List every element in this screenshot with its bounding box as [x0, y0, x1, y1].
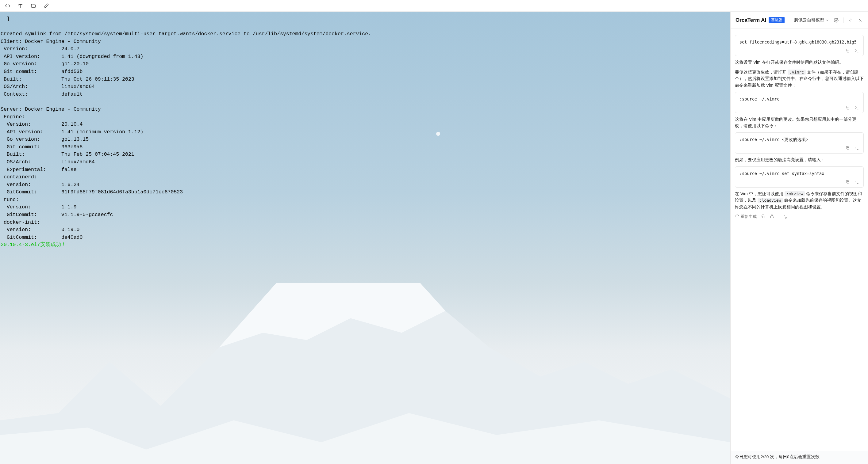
ai-header: OrcaTerm AI 基础版 腾讯云自研模型	[731, 12, 868, 29]
copy-message-icon[interactable]	[761, 214, 766, 219]
copy-icon[interactable]	[845, 105, 850, 110]
code-block-4: :source ~/.vimrc set syntax=syntax	[735, 166, 864, 188]
edit-icon[interactable]	[43, 3, 49, 8]
mountain-background	[0, 283, 730, 464]
svg-rect-3	[847, 50, 849, 53]
run-icon[interactable]	[854, 146, 859, 151]
code-block-3: :source ~/.vimrc <更改的选项>	[735, 132, 864, 154]
terminal-pane[interactable]: ] Created symlink from /etc/systemd/syst…	[0, 12, 730, 464]
divider	[779, 214, 779, 219]
ai-message-body: set fileencodings=utf-8,gbk,gb18030,gb23…	[731, 29, 868, 451]
inline-code-vimrc: .vimrc	[788, 70, 806, 75]
top-toolbar	[0, 0, 868, 12]
ai-panel: OrcaTerm AI 基础版 腾讯云自研模型	[730, 12, 868, 464]
svg-rect-11	[763, 216, 765, 218]
ai-footer: 今日您可使用2/20 次，每日0点后会重置次数	[731, 451, 868, 464]
svg-rect-5	[847, 107, 849, 109]
copy-icon[interactable]	[845, 180, 850, 185]
code-block-1: set fileencodings=utf-8,gbk,gb18030,gb23…	[735, 35, 864, 56]
inline-code-mkview: :mkview	[784, 191, 805, 196]
inline-code-loadview: :loadview	[757, 198, 783, 203]
model-selector[interactable]: 腾讯云自研模型	[794, 18, 829, 23]
thumbs-down-icon[interactable]	[783, 214, 788, 219]
code-block-2: :source ~/.vimrc	[735, 92, 864, 113]
terminal-output: ] Created symlink from /etc/systemd/syst…	[0, 12, 730, 251]
format-icon[interactable]	[18, 3, 23, 8]
message-actions: 重新生成	[735, 213, 864, 220]
copy-icon[interactable]	[845, 48, 850, 53]
usage-text: 今日您可使用2/20 次，每日0点后会重置次数	[735, 454, 864, 460]
ai-title: OrcaTerm AI	[736, 17, 766, 23]
svg-rect-7	[847, 148, 849, 150]
para-3: 例如，要仅应用更改的语法高亮设置，请输入：	[735, 157, 864, 163]
regenerate-button[interactable]: 重新生成	[735, 213, 757, 220]
svg-point-0	[836, 20, 837, 21]
para-2: 这将在 Vim 中应用所做的更改。如果您只想应用其中的一部分更改，请使用以下命令…	[735, 116, 864, 129]
run-icon[interactable]	[854, 105, 859, 110]
collapse-icon[interactable]	[848, 18, 853, 23]
copy-icon[interactable]	[845, 146, 850, 151]
run-icon[interactable]	[854, 48, 859, 53]
success-message: 20.10.4-3.el7安装成功！	[1, 242, 66, 247]
run-icon[interactable]	[854, 180, 859, 185]
close-icon[interactable]	[858, 18, 863, 23]
svg-rect-9	[847, 182, 849, 184]
folder-icon[interactable]	[31, 3, 36, 8]
chevron-down-icon	[825, 19, 829, 22]
thumbs-up-icon[interactable]	[770, 214, 774, 219]
settings-icon[interactable]	[833, 18, 839, 23]
divider	[843, 18, 843, 23]
ai-badge: 基础版	[769, 17, 784, 23]
para-1a: 这将设置 Vim 在打开或保存文件时使用的默认文件编码。	[735, 59, 864, 66]
code-icon[interactable]	[5, 3, 10, 8]
main-content: ] Created symlink from /etc/systemd/syst…	[0, 12, 868, 464]
para-4: 在 Vim 中，您还可以使用 :mkview 命令来保存当前文件的视图和设置，以…	[735, 191, 864, 210]
para-1b: 要使这些更改生效，请打开 .vimrc 文件（如果不存在，请创建一个），然后将设…	[735, 69, 864, 89]
